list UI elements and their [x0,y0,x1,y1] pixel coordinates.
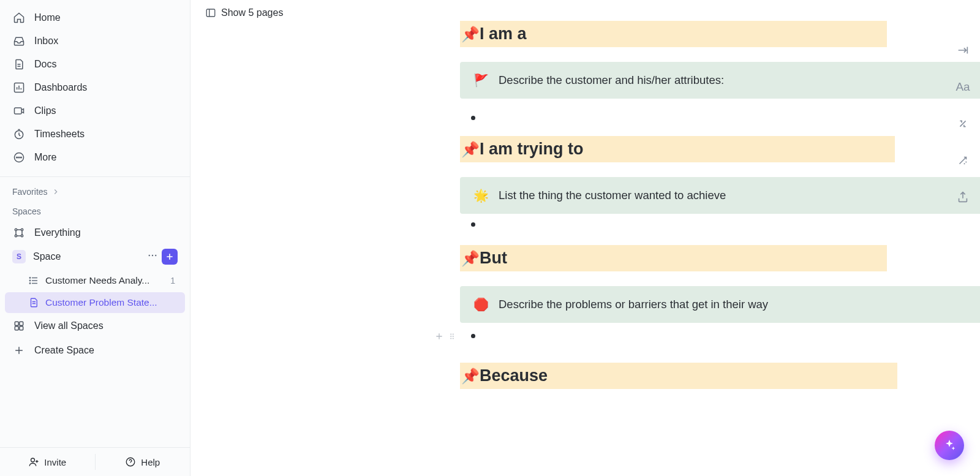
doc-heading[interactable]: 📌Because [460,363,897,389]
svg-point-8 [21,229,23,230]
typography-button[interactable]: Aa [956,80,970,94]
svg-point-7 [15,229,17,230]
chevron-right-icon [51,187,60,196]
svg-point-11 [149,255,150,256]
timesheets-icon [12,127,26,141]
sidebar-space[interactable]: S Space [5,244,185,269]
nav-label: Dashboards [34,82,87,93]
tree-label: View all Spaces [34,320,104,331]
callout-text: List the thing the customer wanted to ac… [499,189,726,202]
list-icon [28,275,39,286]
more-icon [12,151,26,164]
svg-rect-17 [15,322,18,325]
stop-icon: 🛑 [473,297,489,312]
svg-point-16 [29,283,31,284]
right-rail: Aa [956,43,970,205]
pushpin-icon: 📌 [461,26,480,43]
magic-button[interactable] [956,153,970,168]
user-plus-icon [28,456,39,467]
sparkle-icon [943,439,956,452]
help-button[interactable]: Help [96,448,190,476]
space-add-button[interactable] [162,249,178,265]
everything-icon [12,226,26,240]
doc-heading[interactable]: 📌I am a [460,21,887,47]
sidebar-item-create-space[interactable]: Create Space [5,339,185,362]
heading-text: But [480,249,507,268]
doc-section-but: 📌But 🛑 Describe the problems or barriers… [460,245,980,338]
help-label: Help [141,457,160,467]
nav-clips[interactable]: Clips [5,99,185,123]
bullet-dot [471,334,475,338]
callout-text: Describe the problems or barriers that g… [499,298,768,311]
nav-more[interactable]: More [5,146,185,169]
sidebar-item-customer-problem[interactable]: Customer Problem State... [5,292,185,313]
home-icon [12,11,26,25]
svg-point-4 [17,157,18,158]
space-badge: S [12,250,26,263]
doc-section-because: 📌Because [460,363,980,389]
heading-text: Because [480,366,548,385]
add-block-icon[interactable] [434,331,444,341]
svg-point-10 [21,235,23,236]
swap-button[interactable] [956,116,970,131]
help-icon [125,456,136,467]
nav-inbox[interactable]: Inbox [5,29,185,53]
section-label: Spaces [12,206,41,216]
ai-fab-button[interactable] [935,431,964,460]
nav-label: Clips [34,105,56,116]
docs-icon [12,58,26,71]
sidebar-item-everything[interactable]: Everything [5,221,185,244]
bullet-item[interactable] [462,222,980,227]
nav-timesheets[interactable]: Timesheets [5,123,185,146]
doc-heading[interactable]: 📌But [460,245,887,271]
space-more-button[interactable] [146,249,159,265]
show-pages-toggle[interactable]: Show 5 pages [190,0,980,21]
callout[interactable]: 🌟 List the thing the customer wanted to … [460,177,980,214]
svg-point-24 [450,333,451,334]
nav-label: Docs [34,59,56,70]
drag-handle-icon[interactable] [448,332,456,341]
invite-button[interactable]: Invite [0,448,95,476]
callout[interactable]: 🛑 Describe the problems or barriers that… [460,286,980,323]
bullet-dot [471,222,475,227]
nav-home[interactable]: Home [5,6,185,29]
bullet-item[interactable] [462,116,980,120]
space-label: Space [33,251,138,262]
sidebar: Home Inbox Docs Dashboards Clips Timeshe… [0,0,190,476]
svg-point-26 [450,336,451,337]
svg-rect-1 [15,108,22,114]
svg-point-27 [453,336,454,337]
tree-label: Customer Needs Analy... [45,275,164,286]
collapse-button[interactable] [956,43,970,58]
pushpin-icon: 📌 [461,141,480,158]
bullet-item[interactable] [462,334,980,338]
nav-dashboards[interactable]: Dashboards [5,76,185,99]
svg-point-13 [155,255,156,256]
dashboards-icon [12,81,26,94]
svg-point-21 [31,458,35,462]
tree-label: Everything [34,227,81,238]
panel-icon [205,7,216,18]
share-button[interactable] [956,190,970,205]
tree-label: Create Space [34,345,94,356]
plus-icon [12,344,26,357]
sidebar-item-view-all[interactable]: View all Spaces [5,314,185,338]
favorites-header[interactable]: Favorites [0,182,190,202]
doc-heading[interactable]: 📌I am trying to [460,136,895,162]
main-content: Show 5 pages 📌I am a 🚩 Describe the cust… [190,0,980,476]
svg-point-28 [450,338,451,339]
svg-rect-18 [20,322,23,325]
divider [0,176,190,177]
callout[interactable]: 🚩 Describe the customer and his/her attr… [460,62,980,99]
spaces-header[interactable]: Spaces [0,202,190,221]
nav-docs[interactable]: Docs [5,53,185,76]
svg-rect-19 [15,327,18,330]
svg-point-12 [152,255,153,256]
nav-label: Home [34,12,61,23]
doc-section-i-am-a: 📌I am a 🚩 Describe the customer and his/… [460,21,980,120]
svg-point-15 [29,280,31,281]
show-pages-label: Show 5 pages [221,7,283,18]
svg-point-5 [18,157,20,158]
nav-label: Timesheets [34,129,85,140]
sidebar-item-customer-needs[interactable]: Customer Needs Analy... 1 [5,270,185,291]
